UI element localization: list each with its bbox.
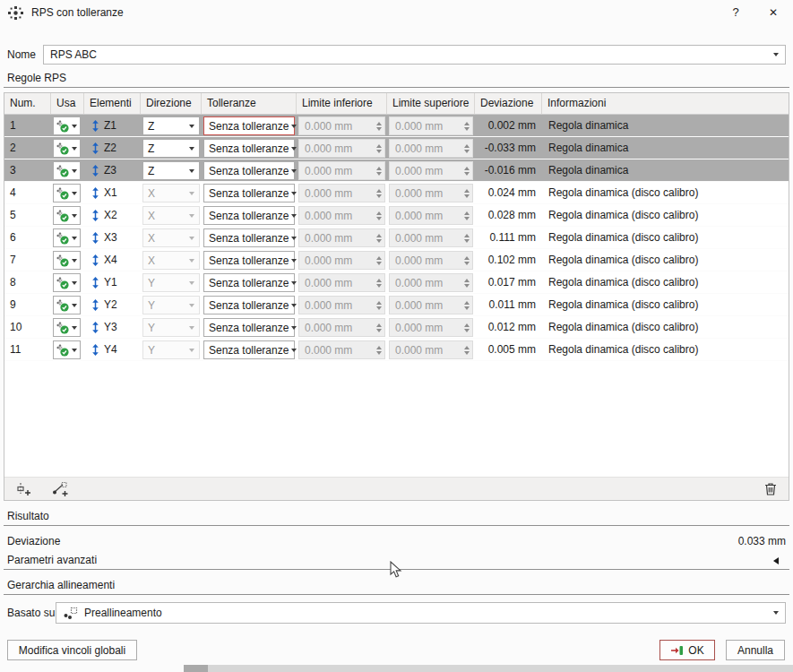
based-on-select[interactable]: Preallineamento xyxy=(56,602,786,624)
tolerance-select[interactable]: Senza tolleranze xyxy=(203,318,295,337)
upper-limit-input[interactable]: 0.000 mm xyxy=(389,273,473,292)
direction-select[interactable]: Y xyxy=(142,340,200,359)
col-usa[interactable]: Usa xyxy=(51,93,84,114)
spinner-arrows-icon[interactable] xyxy=(464,211,470,220)
lower-limit-input[interactable]: 0.000 mm xyxy=(298,318,385,337)
tolerance-select[interactable]: Senza tolleranze xyxy=(203,340,295,359)
upper-limit-input[interactable]: 0.000 mm xyxy=(389,206,473,225)
direction-select[interactable]: Y xyxy=(142,273,200,292)
table-row[interactable]: 4 X1 X xyxy=(4,182,789,204)
direction-select[interactable]: Y xyxy=(142,318,200,337)
lower-limit-input[interactable]: 0.000 mm xyxy=(298,161,385,180)
col-limite-inferiore[interactable]: Limite inferiore xyxy=(297,93,387,114)
spinner-arrows-icon[interactable] xyxy=(464,323,470,332)
tolerance-select[interactable]: Senza tolleranze xyxy=(203,206,295,225)
spinner-arrows-icon[interactable] xyxy=(464,279,470,288)
upper-limit-input[interactable]: 0.000 mm xyxy=(389,139,473,158)
tolerance-select[interactable]: Senza tolleranze xyxy=(203,116,295,135)
table-row[interactable]: 1 Z1 Z xyxy=(4,115,789,137)
direction-select[interactable]: X xyxy=(142,206,200,225)
col-tolleranze[interactable]: Tolleranze xyxy=(202,93,297,114)
spinner-arrows-icon[interactable] xyxy=(376,279,382,288)
close-button[interactable]: ✕ xyxy=(761,4,786,22)
col-elementi[interactable]: Elementi xyxy=(84,93,141,114)
use-dropdown-button[interactable] xyxy=(53,184,81,202)
direction-select[interactable]: Z xyxy=(142,161,200,180)
upper-limit-input[interactable]: 0.000 mm xyxy=(389,340,473,359)
add-measurement-rule-button[interactable] xyxy=(12,480,33,498)
use-dropdown-button[interactable] xyxy=(53,228,81,247)
upper-limit-input[interactable]: 0.000 mm xyxy=(389,116,473,135)
spinner-arrows-icon[interactable] xyxy=(376,346,382,355)
lower-limit-input[interactable]: 0.000 mm xyxy=(298,251,385,270)
lower-limit-input[interactable]: 0.000 mm xyxy=(298,228,385,247)
col-informazioni[interactable]: Informazioni xyxy=(542,93,789,114)
collapse-left-icon[interactable] xyxy=(773,557,779,564)
use-dropdown-button[interactable] xyxy=(53,251,81,270)
table-row[interactable]: 3 Z3 Z xyxy=(4,159,789,182)
upper-limit-input[interactable]: 0.000 mm xyxy=(389,161,473,180)
lower-limit-input[interactable]: 0.000 mm xyxy=(298,340,385,359)
add-rule-button[interactable] xyxy=(49,480,71,498)
use-dropdown-button[interactable] xyxy=(53,116,81,135)
cancel-button[interactable]: Annulla xyxy=(726,640,785,660)
spinner-arrows-icon[interactable] xyxy=(464,122,470,131)
table-row[interactable]: 9 Y2 Y xyxy=(4,294,789,316)
lower-limit-input[interactable]: 0.000 mm xyxy=(298,139,385,158)
tolerance-select[interactable]: Senza tolleranze xyxy=(203,161,295,180)
spinner-arrows-icon[interactable] xyxy=(464,189,470,198)
upper-limit-input[interactable]: 0.000 mm xyxy=(389,251,473,270)
direction-select[interactable]: X xyxy=(142,228,200,247)
direction-select[interactable]: Z xyxy=(142,139,200,158)
tolerance-select[interactable]: Senza tolleranze xyxy=(203,228,295,247)
col-deviazione[interactable]: Deviazione xyxy=(475,93,542,114)
table-row[interactable]: 8 Y1 Y xyxy=(4,271,789,294)
use-dropdown-button[interactable] xyxy=(53,161,81,180)
spinner-arrows-icon[interactable] xyxy=(376,323,382,332)
table-row[interactable]: 10 Y3 Y xyxy=(4,316,789,339)
upper-limit-input[interactable]: 0.000 mm xyxy=(389,228,473,247)
spinner-arrows-icon[interactable] xyxy=(376,122,382,131)
name-select[interactable]: RPS ABC xyxy=(43,45,786,65)
ok-button[interactable]: OK xyxy=(659,640,715,660)
lower-limit-input[interactable]: 0.000 mm xyxy=(298,206,385,225)
use-dropdown-button[interactable] xyxy=(53,296,81,314)
spinner-arrows-icon[interactable] xyxy=(376,301,382,310)
delete-rule-button[interactable] xyxy=(760,480,781,498)
spinner-arrows-icon[interactable] xyxy=(464,167,470,176)
use-dropdown-button[interactable] xyxy=(53,318,81,337)
table-row[interactable]: 2 Z2 Z xyxy=(4,137,789,159)
tolerance-select[interactable]: Senza tolleranze xyxy=(203,296,295,314)
lower-limit-input[interactable]: 0.000 mm xyxy=(298,116,385,135)
direction-select[interactable]: X xyxy=(142,184,200,202)
background-scrollbar-thumb[interactable] xyxy=(184,665,208,672)
use-dropdown-button[interactable] xyxy=(53,206,81,225)
col-num[interactable]: Num. xyxy=(4,93,51,114)
tolerance-select[interactable]: Senza tolleranze xyxy=(203,139,295,158)
spinner-arrows-icon[interactable] xyxy=(464,301,470,310)
tolerance-select[interactable]: Senza tolleranze xyxy=(203,273,295,292)
table-row[interactable]: 11 Y4 Y xyxy=(4,339,789,361)
table-row[interactable]: 7 X4 X xyxy=(4,249,789,271)
direction-select[interactable]: Y xyxy=(142,296,200,314)
spinner-arrows-icon[interactable] xyxy=(376,211,382,220)
spinner-arrows-icon[interactable] xyxy=(376,167,382,176)
edit-global-constraints-button[interactable]: Modifica vincoli globali xyxy=(7,640,137,660)
col-limite-superiore[interactable]: Limite superiore xyxy=(387,93,475,114)
direction-select[interactable]: X xyxy=(142,251,200,270)
use-dropdown-button[interactable] xyxy=(53,340,81,359)
spinner-arrows-icon[interactable] xyxy=(376,144,382,153)
tolerance-select[interactable]: Senza tolleranze xyxy=(203,184,295,202)
spinner-arrows-icon[interactable] xyxy=(464,234,470,243)
spinner-arrows-icon[interactable] xyxy=(464,144,470,153)
spinner-arrows-icon[interactable] xyxy=(464,346,470,355)
upper-limit-input[interactable]: 0.000 mm xyxy=(389,318,473,337)
upper-limit-input[interactable]: 0.000 mm xyxy=(389,296,473,314)
upper-limit-input[interactable]: 0.000 mm xyxy=(389,184,473,202)
spinner-arrows-icon[interactable] xyxy=(376,234,382,243)
tolerance-select[interactable]: Senza tolleranze xyxy=(203,251,295,270)
use-dropdown-button[interactable] xyxy=(53,139,81,158)
spinner-arrows-icon[interactable] xyxy=(376,189,382,198)
spinner-arrows-icon[interactable] xyxy=(464,256,470,265)
lower-limit-input[interactable]: 0.000 mm xyxy=(298,184,385,202)
